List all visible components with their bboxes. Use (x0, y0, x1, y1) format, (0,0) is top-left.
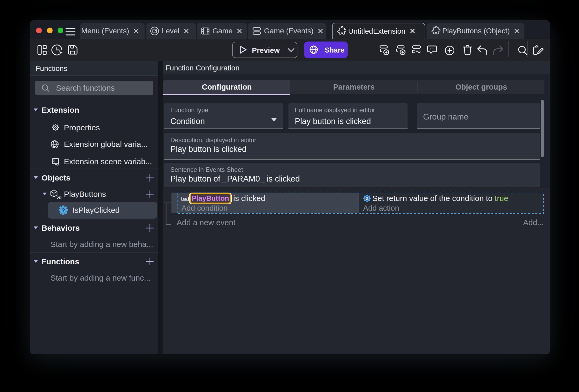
svg-text:?: ? (62, 207, 65, 214)
svg-text:G: G (365, 196, 369, 201)
svg-text:2D: 2D (57, 196, 62, 200)
